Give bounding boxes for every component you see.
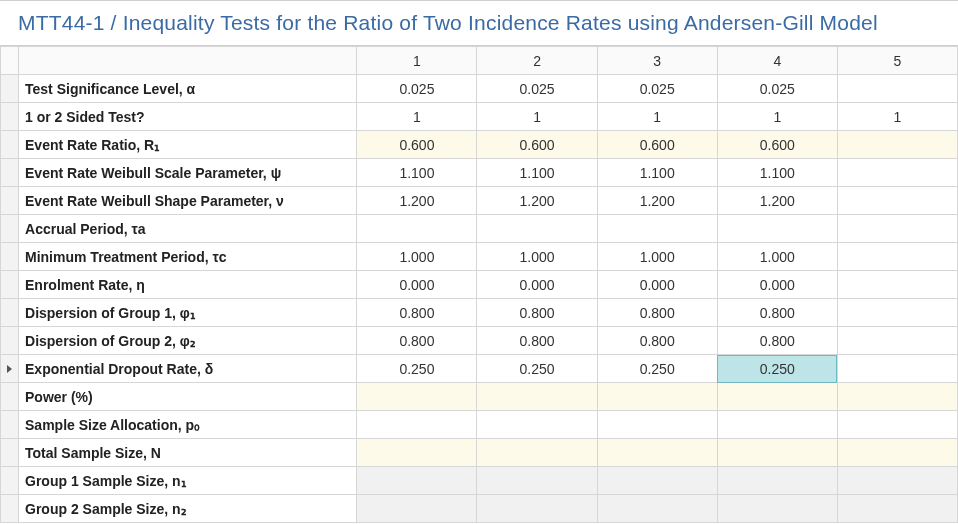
grid-cell[interactable] (837, 495, 957, 523)
grid-cell[interactable] (477, 215, 597, 243)
grid-cell[interactable]: 1 (477, 103, 597, 131)
grid-cell[interactable]: 0.800 (477, 299, 597, 327)
grid-cell[interactable]: 1 (597, 103, 717, 131)
grid-cell[interactable] (837, 75, 957, 103)
grid-cell[interactable]: 0.025 (597, 75, 717, 103)
grid-cell[interactable] (837, 299, 957, 327)
grid-cell[interactable]: 1.000 (597, 243, 717, 271)
grid-cell[interactable] (477, 467, 597, 495)
row-handle[interactable] (1, 103, 19, 131)
col-header[interactable]: 3 (597, 47, 717, 75)
grid-cell[interactable]: 1.100 (717, 159, 837, 187)
grid-cell[interactable] (717, 439, 837, 467)
grid-cell[interactable] (597, 215, 717, 243)
grid-cell[interactable]: 0.600 (717, 131, 837, 159)
col-header[interactable]: 4 (717, 47, 837, 75)
grid-cell[interactable] (837, 439, 957, 467)
grid-cell[interactable] (357, 411, 477, 439)
grid-cell[interactable] (837, 215, 957, 243)
grid-cell[interactable] (837, 243, 957, 271)
grid-cell[interactable]: 0.025 (717, 75, 837, 103)
row-handle[interactable] (1, 495, 19, 523)
row-handle[interactable] (1, 159, 19, 187)
grid-cell[interactable] (837, 187, 957, 215)
row-handle[interactable] (1, 299, 19, 327)
grid-cell[interactable]: 1.200 (477, 187, 597, 215)
grid-cell[interactable] (357, 215, 477, 243)
grid-cell[interactable]: 1.000 (357, 243, 477, 271)
grid-cell[interactable] (717, 467, 837, 495)
grid-cell[interactable] (477, 495, 597, 523)
col-header[interactable]: 2 (477, 47, 597, 75)
grid-cell[interactable]: 0.800 (717, 327, 837, 355)
grid-cell[interactable] (837, 383, 957, 411)
grid-cell[interactable] (717, 495, 837, 523)
grid-cell[interactable] (597, 383, 717, 411)
grid-cell[interactable]: 1.000 (717, 243, 837, 271)
grid-cell[interactable] (357, 383, 477, 411)
grid-cell[interactable] (717, 215, 837, 243)
grid-cell[interactable]: 0.800 (477, 327, 597, 355)
grid-cell[interactable]: 1 (717, 103, 837, 131)
grid-cell[interactable]: 0.800 (597, 327, 717, 355)
grid-cell[interactable] (357, 467, 477, 495)
row-handle[interactable] (1, 411, 19, 439)
grid-cell[interactable] (837, 271, 957, 299)
row-handle[interactable] (1, 187, 19, 215)
grid-cell[interactable] (477, 411, 597, 439)
grid-cell[interactable] (477, 439, 597, 467)
grid-cell[interactable]: 0.025 (357, 75, 477, 103)
grid-cell[interactable]: 1.100 (357, 159, 477, 187)
row-handle[interactable] (1, 131, 19, 159)
grid-cell[interactable]: 1.200 (357, 187, 477, 215)
grid-cell[interactable]: 1 (357, 103, 477, 131)
grid-cell[interactable]: 1.200 (597, 187, 717, 215)
grid-cell[interactable]: 0.250 (477, 355, 597, 383)
row-handle[interactable] (1, 439, 19, 467)
grid-cell[interactable]: 0.250 (597, 355, 717, 383)
grid-cell[interactable]: 0.600 (597, 131, 717, 159)
grid-cell[interactable] (597, 439, 717, 467)
col-header[interactable]: 1 (357, 47, 477, 75)
grid-cell[interactable] (717, 411, 837, 439)
grid-cell[interactable]: 0.600 (477, 131, 597, 159)
grid-cell[interactable] (837, 355, 957, 383)
grid-cell[interactable] (717, 383, 837, 411)
col-header[interactable]: 5 (837, 47, 957, 75)
grid-cell[interactable]: 0.000 (597, 271, 717, 299)
row-handle[interactable] (1, 243, 19, 271)
grid-cell[interactable]: 0.250 (357, 355, 477, 383)
grid-cell[interactable]: 1.100 (597, 159, 717, 187)
row-handle[interactable] (1, 383, 19, 411)
expand-icon[interactable] (7, 365, 12, 373)
grid-cell[interactable]: 0.000 (357, 271, 477, 299)
grid-cell[interactable]: 1.100 (477, 159, 597, 187)
grid-cell[interactable]: 1.200 (717, 187, 837, 215)
grid-cell[interactable]: 0.800 (717, 299, 837, 327)
grid-cell[interactable]: 0.000 (717, 271, 837, 299)
grid-cell[interactable] (837, 411, 957, 439)
row-handle[interactable] (1, 75, 19, 103)
grid-cell[interactable] (837, 467, 957, 495)
row-handle[interactable] (1, 467, 19, 495)
grid-cell[interactable] (837, 159, 957, 187)
grid-cell[interactable]: 1 (837, 103, 957, 131)
grid-cell[interactable] (837, 327, 957, 355)
row-handle[interactable] (1, 355, 19, 383)
grid-cell[interactable] (837, 131, 957, 159)
grid-cell[interactable]: 0.025 (477, 75, 597, 103)
grid-cell[interactable] (597, 467, 717, 495)
grid-cell[interactable]: 0.600 (357, 131, 477, 159)
grid-cell[interactable] (357, 439, 477, 467)
grid-cell[interactable]: 0.800 (597, 299, 717, 327)
grid-cell[interactable]: 0.000 (477, 271, 597, 299)
grid-cell[interactable] (597, 495, 717, 523)
grid-cell[interactable] (597, 411, 717, 439)
grid-cell[interactable]: 0.800 (357, 327, 477, 355)
grid-cell[interactable]: 0.800 (357, 299, 477, 327)
grid-cell[interactable] (477, 383, 597, 411)
grid-cell[interactable]: 1.000 (477, 243, 597, 271)
row-handle[interactable] (1, 271, 19, 299)
row-handle[interactable] (1, 215, 19, 243)
grid-cell[interactable]: 0.250 (717, 355, 837, 383)
